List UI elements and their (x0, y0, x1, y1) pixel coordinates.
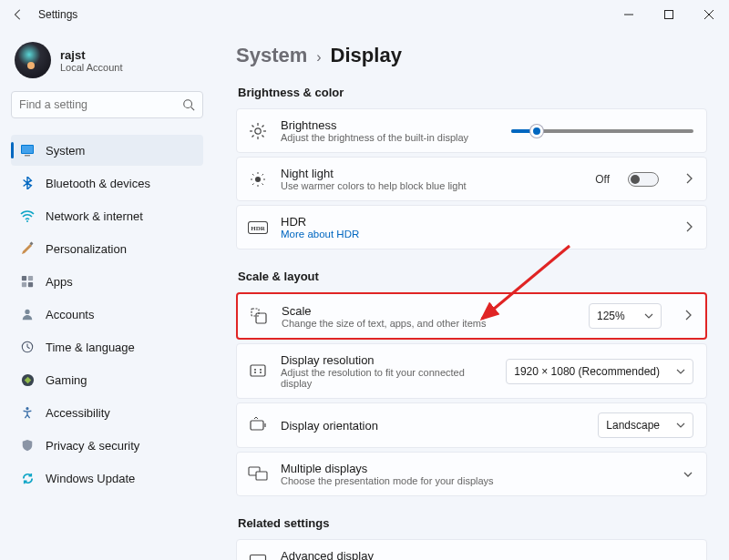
select-value: Landscape (606, 419, 660, 432)
sidebar-item-label: System (46, 144, 85, 158)
maximize-button[interactable] (649, 1, 689, 28)
window-title: Settings (38, 8, 77, 21)
svg-rect-11 (22, 282, 26, 287)
svg-rect-5 (22, 146, 33, 153)
card-title: Brightness (281, 118, 498, 132)
close-button[interactable] (689, 1, 729, 28)
sidebar-item-label: Bluetooth & devices (46, 177, 150, 190)
sidebar-item-apps[interactable]: Apps (11, 266, 203, 297)
scale-select[interactable]: 125% (589, 303, 662, 329)
chevron-right-icon (683, 308, 693, 324)
card-multiple-displays[interactable]: Multiple displays Choose the presentatio… (236, 452, 707, 496)
card-title: Display orientation (281, 419, 585, 433)
sidebar-item-privacy[interactable]: Privacy & security (11, 430, 203, 461)
title-bar: Settings (0, 0, 729, 29)
card-nightlight[interactable]: Night light Use warmer colors to help bl… (236, 157, 707, 201)
sidebar-item-update[interactable]: Windows Update (11, 463, 203, 494)
svg-point-41 (260, 369, 262, 371)
svg-point-17 (255, 127, 261, 133)
nightlight-toggle[interactable] (628, 172, 659, 187)
select-value: 125% (597, 310, 625, 322)
moon-icon (248, 169, 268, 189)
sidebar-item-network[interactable]: Network & internet (11, 200, 203, 231)
section-header-brightness: Brightness & color (236, 80, 707, 108)
shield-icon (20, 438, 35, 453)
sidebar-item-label: Personalization (46, 242, 127, 256)
card-subtitle: Adjust the brightness of the built-in di… (281, 132, 498, 143)
apps-icon (20, 274, 35, 289)
brightness-slider[interactable] (511, 129, 693, 133)
svg-line-32 (262, 183, 264, 185)
back-button[interactable] (7, 4, 29, 25)
svg-rect-12 (28, 282, 33, 287)
user-sub: Local Account (60, 62, 123, 73)
svg-line-22 (252, 125, 254, 127)
card-title: Advanced display (281, 549, 693, 560)
chevron-down-icon (676, 368, 685, 375)
user-block[interactable]: rajst Local Account (11, 36, 203, 91)
close-icon (704, 10, 714, 19)
system-icon (20, 143, 35, 158)
svg-line-25 (262, 125, 264, 127)
update-icon (20, 471, 35, 485)
card-title: Scale (282, 304, 576, 318)
hdr-link[interactable]: More about HDR (281, 229, 672, 239)
svg-rect-38 (252, 309, 259, 316)
sidebar-item-label: Windows Update (46, 472, 135, 485)
sidebar-item-bluetooth[interactable]: Bluetooth & devices (11, 168, 203, 199)
svg-rect-10 (28, 276, 33, 280)
arrow-left-icon (12, 8, 25, 21)
svg-point-13 (25, 310, 29, 314)
card-scale[interactable]: Scale Change the size of text, apps, and… (236, 292, 707, 340)
minimize-button[interactable] (609, 1, 649, 28)
orientation-select[interactable]: Landscape (598, 412, 693, 438)
sidebar-item-personalization[interactable]: Personalization (11, 233, 203, 264)
resolution-select[interactable]: 1920 × 1080 (Recommended) (506, 359, 693, 384)
orientation-icon (248, 415, 268, 435)
svg-line-3 (191, 107, 195, 111)
resolution-icon (248, 361, 268, 382)
card-title: HDR (281, 215, 672, 229)
minimize-icon (624, 10, 633, 19)
svg-point-42 (254, 372, 256, 373)
section-header-scale: Scale & layout (236, 264, 707, 292)
card-orientation[interactable]: Display orientation Landscape (236, 402, 707, 448)
chevron-down-icon (644, 312, 653, 320)
sidebar-item-system[interactable]: System (11, 135, 203, 166)
maximize-icon (664, 10, 673, 19)
wifi-icon (20, 209, 35, 223)
card-resolution[interactable]: Display resolution Adjust the resolution… (236, 343, 707, 399)
select-value: 1920 × 1080 (Recommended) (514, 365, 660, 378)
search-input[interactable] (19, 98, 182, 111)
gaming-icon (20, 372, 35, 387)
card-title: Display resolution (281, 353, 493, 367)
search-box[interactable] (11, 91, 203, 118)
breadcrumb-parent[interactable]: System (236, 44, 307, 67)
user-name: rajst (60, 48, 123, 62)
svg-line-31 (252, 174, 254, 176)
svg-line-34 (262, 174, 264, 176)
accessibility-icon (20, 405, 35, 420)
card-hdr[interactable]: HDR HDR More about HDR (236, 205, 707, 249)
sidebar-item-gaming[interactable]: Gaming (11, 364, 203, 395)
toggle-state-label: Off (595, 173, 610, 186)
display-icon (248, 552, 268, 561)
sidebar-item-label: Accounts (46, 308, 94, 321)
card-advanced-display[interactable]: Advanced display Display information, re… (236, 539, 707, 560)
person-icon (20, 307, 35, 321)
scale-icon (249, 306, 269, 326)
sidebar: rajst Local Account System Bluetooth & d… (0, 29, 214, 560)
sidebar-item-label: Privacy & security (46, 439, 139, 453)
sidebar-item-accounts[interactable]: Accounts (11, 299, 203, 330)
main-content: System › Display Brightness & color Brig… (214, 29, 729, 560)
sidebar-item-label: Time & language (46, 341, 135, 354)
sidebar-item-time[interactable]: Time & language (11, 331, 203, 362)
card-brightness[interactable]: Brightness Adjust the brightness of the … (236, 108, 707, 153)
svg-rect-44 (251, 421, 263, 430)
hdr-icon: HDR (248, 218, 268, 238)
svg-rect-9 (22, 276, 26, 280)
sidebar-item-label: Network & internet (46, 209, 143, 223)
sidebar-item-accessibility[interactable]: Accessibility (11, 397, 203, 428)
sun-icon (248, 121, 268, 141)
card-subtitle: Use warmer colors to help block blue lig… (281, 180, 582, 191)
